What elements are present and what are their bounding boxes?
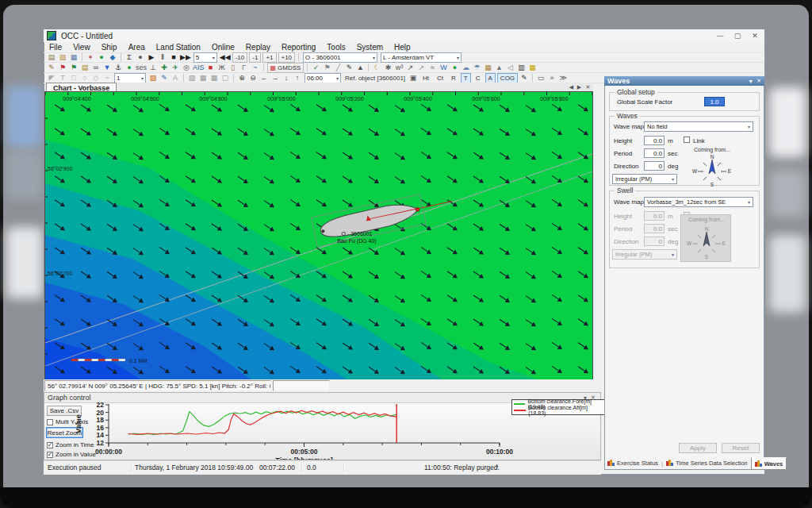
step-back-1-button[interactable]: -1 (249, 52, 261, 63)
anchor-icon[interactable]: ⚓ (113, 63, 123, 72)
bearing2-icon[interactable]: ↗ (416, 63, 426, 72)
save-icon[interactable]: ▦ (69, 52, 79, 62)
waypoint-icon[interactable]: ✚ (159, 63, 169, 72)
pan-left-icon[interactable]: ← (259, 73, 269, 83)
globe2-icon[interactable]: ● (450, 63, 459, 72)
wave-map-select[interactable]: No field ▾ (644, 121, 753, 132)
menu-reporting[interactable]: Reporting (276, 43, 321, 52)
close-icon[interactable]: ✕ (756, 78, 761, 84)
tide-icon[interactable]: ~ (251, 63, 260, 72)
pan-right-icon[interactable]: → (270, 73, 280, 83)
wind-icon[interactable]: w³ (394, 63, 404, 72)
text-tool-icon[interactable]: T (58, 73, 67, 83)
weather-icon[interactable]: W (439, 63, 448, 72)
step-back-10-button[interactable]: -10 (232, 52, 248, 63)
route-red-icon[interactable]: ⚑ (58, 63, 67, 72)
aircraft-icon[interactable]: ✈ (170, 63, 180, 72)
ht-toggle[interactable]: Ht (419, 73, 432, 83)
t-toggle[interactable]: T (461, 73, 471, 83)
zoom-out-icon[interactable]: ⊖ (248, 73, 258, 83)
mast-icon[interactable]: Ж (217, 63, 227, 72)
cloud-icon[interactable]: ☁ (461, 63, 470, 72)
link-checkbox[interactable] (684, 137, 690, 143)
open-icon[interactable]: ▨ (58, 52, 67, 62)
gmdss-button[interactable]: ▦GMDSS (267, 63, 304, 73)
marker-icon[interactable]: ▼ (102, 63, 112, 72)
global-scale-factor-input[interactable]: 1.0 (704, 97, 725, 106)
pin-icon[interactable]: ▼ (748, 79, 753, 84)
route-green-icon[interactable]: ⚑ (69, 63, 79, 72)
play-icon[interactable]: ▶ (147, 52, 156, 62)
height-input[interactable]: 0.0 (644, 136, 665, 145)
tab-scroll-right-icon[interactable]: ▶ (576, 84, 583, 90)
own-ship-combo[interactable]: O - 3606001▾ (303, 52, 377, 63)
gear-icon[interactable]: ✱ (383, 63, 393, 72)
menu-file[interactable]: File (44, 43, 67, 52)
r-toggle[interactable]: R (448, 73, 459, 83)
fill-color-icon[interactable]: ▨ (148, 73, 158, 83)
menu-land-station[interactable]: Land Station (151, 43, 206, 52)
dock-tab-time-series-data-selection[interactable]: Time Series Data Selection (663, 457, 751, 468)
current-icon[interactable]: ≈ (427, 63, 437, 72)
menu-online[interactable]: Online (206, 43, 240, 52)
select-tool-icon[interactable]: ◤ (47, 73, 56, 83)
a-toggle[interactable]: A (485, 73, 496, 83)
time-series-plot[interactable]: 12141618202200:00:0000:05:0000:10:00Time… (71, 401, 519, 460)
ct-toggle[interactable]: Ct (434, 73, 446, 83)
ses-icon[interactable]: ses (136, 63, 147, 72)
bearing-icon[interactable]: ↗ (405, 63, 415, 72)
binoculars-icon[interactable]: ∞ (91, 63, 101, 72)
earth-icon[interactable]: ● (124, 63, 134, 72)
moon-icon[interactable]: ☾ (372, 63, 381, 72)
terrain-icon[interactable]: ▲ (494, 63, 504, 72)
menu-view[interactable]: View (67, 43, 96, 52)
rect-tool-icon[interactable]: □ (69, 73, 79, 83)
time-window-combo[interactable]: 06:00▾ (304, 73, 341, 83)
zoom-in-icon[interactable]: ⊕ (237, 73, 247, 83)
direction-input[interactable]: 0 (644, 161, 665, 171)
save-overlay-icon[interactable]: ▦ (198, 73, 208, 83)
chart-close-icon[interactable]: ✕ (584, 84, 592, 90)
curve-tool-icon[interactable]: ~ (102, 73, 112, 83)
menu-replay[interactable]: Replay (240, 43, 276, 52)
cargo-icon[interactable]: ▯ (228, 63, 238, 72)
track-icon[interactable]: ≫ (558, 73, 568, 83)
apply-button[interactable]: Apply (679, 443, 717, 453)
step-fwd-1-button[interactable]: +1 (262, 52, 276, 63)
menu-area[interactable]: Area (123, 43, 151, 52)
compass-rose[interactable]: NSWE (690, 152, 734, 187)
wave-direction-compass[interactable]: NSWE (690, 152, 734, 184)
checkbox-box[interactable] (47, 442, 53, 448)
minimize-button[interactable]: — (711, 31, 729, 41)
depth-icon[interactable]: ⊥ (148, 63, 158, 72)
alarm-icon[interactable]: ■ (206, 63, 216, 72)
schedule-icon[interactable]: » (547, 73, 557, 83)
save-as-overlay-icon[interactable]: ▦ (209, 73, 219, 83)
ship-icon[interactable]: ◆ (108, 52, 117, 62)
step-fwd-10-button[interactable]: +10 (278, 52, 296, 63)
paste-icon[interactable]: ▤ (47, 52, 56, 62)
pan-down-icon[interactable]: ↓ (282, 73, 291, 83)
ellipse-tool-icon[interactable]: ○ (80, 73, 90, 83)
stats-icon[interactable]: ▦ (483, 63, 492, 72)
pan-up-icon[interactable]: ↑ (293, 73, 302, 83)
skip-start-icon[interactable]: ◀◀ (220, 52, 231, 62)
crane-icon[interactable]: Γ (239, 63, 249, 72)
fast-forward-icon[interactable]: ▶▶ (180, 52, 191, 62)
dock-tab-waves[interactable]: Waves (751, 457, 787, 470)
route-list-icon[interactable]: ▭ (536, 73, 546, 83)
wave-field-map[interactable]: 009°04'400009°04'600009°04'800009°05'000… (45, 92, 592, 379)
line-color-icon[interactable]: ✎ (159, 73, 169, 83)
pilot-icon[interactable]: ▲ (355, 63, 365, 72)
period-input[interactable]: 0.0 (644, 148, 665, 158)
line-width-combo[interactable]: 1▾ (114, 73, 146, 83)
chart-map[interactable]: 009°04'400009°04'600009°04'800009°05'000… (44, 91, 593, 380)
grid-icon[interactable]: ▦ (527, 63, 537, 72)
clear-overlay-icon[interactable]: ▢ (220, 73, 230, 83)
menu-ship[interactable]: Ship (96, 43, 123, 52)
font-icon[interactable]: A (170, 73, 180, 83)
umbrella-icon[interactable]: ☂ (472, 63, 481, 72)
wave-spectrum-select[interactable]: Irregular (PM) ▾ (612, 174, 677, 184)
lock-icon[interactable]: ▣ (408, 73, 418, 83)
pause-icon[interactable]: ‖ (158, 52, 167, 62)
